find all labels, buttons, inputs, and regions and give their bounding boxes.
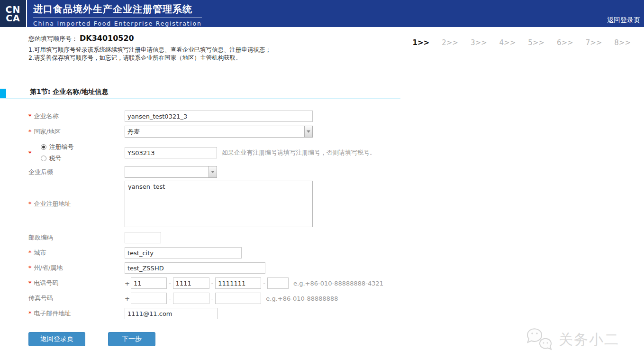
registered-address-label-text: 企业注册地址 [34,200,71,207]
phone-label-text: 电话号码 [34,279,59,286]
city-label: *城市 [28,249,125,257]
required-mark: * [28,279,32,286]
instruction-line-2: 2.请妥善保存填写顺序号，如忘记，请联系企业所在国家（地区）主管机构获取。 [28,54,271,62]
next-step-button[interactable]: 下一步 [108,332,155,346]
section-accent-marker [0,89,6,98]
page-subtitle: China Imported Food Enterprise Registrat… [33,20,202,27]
phone-row: *电话号码 + - - - e.g.+86-010-88888888-4321 [28,277,483,289]
radio-selected-icon[interactable] [41,144,46,150]
city-row: *城市 [28,247,483,258]
phone-plus-sign: + [125,280,130,287]
step-6[interactable]: 6>> [557,38,573,47]
serial-label: 您的填写顺序号： [28,35,78,42]
required-mark: * [28,264,32,271]
fax-number-input[interactable] [215,293,261,304]
postcode-row: 邮政编码 [28,232,483,243]
step-7[interactable]: 7>> [586,38,602,47]
state-row: *州/省/属地 [28,262,483,274]
postcode-label-text: 邮政编码 [28,234,53,241]
header-title-block: 进口食品境外生产企业注册管理系统 China Imported Food Ent… [33,3,202,27]
fax-dash: - [211,295,214,302]
dropdown-arrow-icon[interactable] [304,126,312,137]
radio-unselected-icon[interactable] [41,156,46,161]
step-8[interactable]: 8>> [614,38,631,47]
state-input[interactable] [125,262,265,274]
fax-country-code-input[interactable] [131,293,167,304]
phone-number-input[interactable] [215,277,261,289]
section-title: 第1节: 企业名称/地址信息 [30,88,108,96]
city-label-text: 城市 [34,249,46,256]
company-name-input[interactable] [125,111,313,122]
company-name-label-text: 企业名称 [34,112,59,120]
phone-dash: - [263,280,265,287]
required-mark: * [28,249,32,256]
section-header: 第1节: 企业名称/地址信息 [0,88,400,99]
registration-number-row: * 注册编号 税号 如果企业有注册编号请填写注册编号，否则请填写税号。 [28,141,483,164]
fax-dash: - [169,295,171,302]
country-select[interactable]: 丹麦 [125,126,313,138]
phone-area-code-input[interactable] [173,277,209,289]
back-to-login-button[interactable]: 返回登录页 [28,332,85,346]
serial-number: DK34010520 [80,34,134,43]
dropdown-arrow-icon[interactable] [209,166,217,177]
id-type-radio-group: 注册编号 税号 [41,142,74,164]
watermark: 关务小二 [526,327,619,352]
company-suffix-select[interactable] [125,166,217,178]
city-input[interactable] [125,247,242,258]
required-mark: * [28,200,32,207]
email-input[interactable] [125,308,218,319]
step-1[interactable]: 1>> [413,38,430,47]
country-label: *国家/地区 [28,128,125,136]
step-5[interactable]: 5>> [528,38,544,47]
step-2[interactable]: 2>> [442,38,458,47]
app-header: CN CA 进口食品境外生产企业注册管理系统 China Imported Fo… [0,0,644,27]
step-4[interactable]: 4>> [499,38,516,47]
wechat-icon [526,327,556,352]
country-row: *国家/地区 丹麦 [28,126,483,138]
phone-format-hint: e.g.+86-010-88888888-4321 [293,280,383,287]
company-suffix-select-value [125,166,209,177]
required-mark: * [28,128,32,135]
cnca-logo-line1: CN [6,5,21,14]
required-mark: * [28,112,32,120]
serial-row: 您的填写顺序号：DK34010520 [28,34,271,43]
registered-address-label: *企业注册地址 [28,200,125,208]
fax-label: 传真号码 [28,294,125,303]
phone-label: *电话号码 [28,279,125,287]
company-name-label: *企业名称 [28,112,125,120]
fax-area-code-input[interactable] [173,293,209,304]
cnca-logo: CN CA [0,0,27,27]
radio-option-registration-number[interactable]: 注册编号 [41,142,74,152]
phone-dash: - [169,280,171,287]
company-suffix-label-text: 企业后缀 [28,168,53,175]
company-suffix-row: 企业后缀 [28,166,483,178]
fax-format-hint: e.g.+86-010-88888888 [266,295,338,302]
country-select-value: 丹麦 [125,126,304,137]
email-row: *电子邮件地址 [28,308,483,319]
country-label-text: 国家/地区 [34,128,61,135]
email-label: *电子邮件地址 [28,309,125,318]
registered-address-textarea[interactable]: yansen_test [125,181,313,227]
required-mark: * [28,310,32,317]
step-indicator: 1>> 2>> 3>> 4>> 5>> 6>> 7>> 8>> [413,38,631,47]
phone-country-code-input[interactable] [131,277,167,289]
header-back-to-login-link[interactable]: 返回登录页 [607,16,640,25]
required-mark: * [28,149,32,157]
phone-extension-input[interactable] [267,277,289,289]
registration-number-label-col: * 注册编号 税号 [28,142,125,164]
registered-address-row: *企业注册地址 yansen_test [28,181,483,227]
state-label: *州/省/属地 [28,264,125,272]
cnca-logo-line2: CA [6,14,20,22]
form-actions: 返回登录页 下一步 [28,332,483,346]
company-name-row: *企业名称 [28,111,483,122]
page-title: 进口食品境外生产企业注册管理系统 [33,3,202,18]
serial-info-block: 您的填写顺序号：DK34010520 1.可用填写顺序号登录该系统继续填写注册申… [28,34,271,62]
step-3[interactable]: 3>> [471,38,487,47]
fax-plus-sign: + [125,295,130,302]
company-suffix-label: 企业后缀 [28,168,125,176]
radio-option-tax-number[interactable]: 税号 [41,153,74,164]
phone-dash: - [211,280,214,287]
registration-form: *企业名称 *国家/地区 丹麦 * 注册编号 税号 [28,111,483,346]
registration-number-input[interactable] [125,147,217,158]
postcode-input[interactable] [125,232,161,243]
